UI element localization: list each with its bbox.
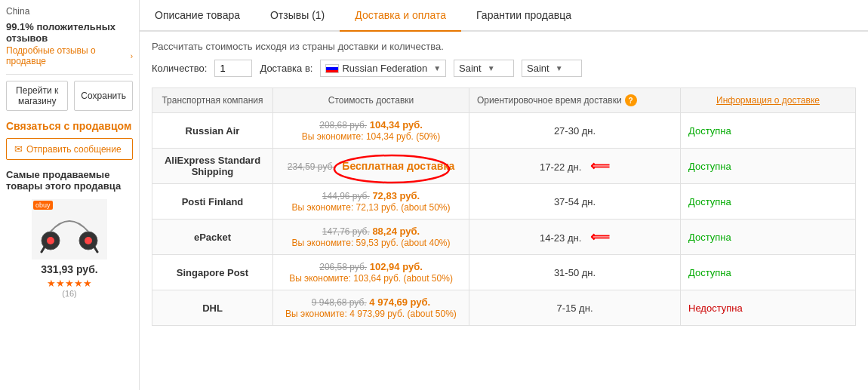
carrier-name: Russian Air — [152, 113, 273, 149]
chevron-down-icon: ▼ — [433, 64, 441, 72]
availability: Доступна — [681, 113, 856, 149]
discounted-price: 4 974,69 руб. — [369, 296, 430, 308]
savings-text: Вы экономите: 103,64 руб. (about 50%) — [289, 273, 453, 284]
shipping-table: Транспортная компания Стоимость доставки… — [152, 88, 856, 326]
discounted-price: 72,83 руб. — [372, 190, 420, 201]
product-label: obuy — [33, 201, 53, 210]
delivery-time: 27-30 дн. — [469, 113, 681, 149]
tab-description[interactable]: Описание товара — [140, 0, 255, 32]
chevron-right-icon: › — [131, 52, 133, 60]
delivery-time: 14-23 дн. ⟸ — [469, 220, 681, 255]
availability: Доступна — [681, 255, 856, 290]
info-icon[interactable]: ? — [625, 94, 637, 106]
quantity-destination-row: Количество: Доставка в: Russian Federati… — [152, 60, 856, 77]
availability: Доступна — [681, 184, 856, 220]
reviews-link[interactable]: Подробные отзывы о продавце › — [6, 45, 133, 66]
city2-select[interactable]: Saint ▼ — [522, 60, 582, 77]
price-cell: 234,59 руб. Бесплатная доставка — [273, 149, 469, 184]
delivery-to-label: Доставка в: — [260, 63, 312, 74]
savings-text: Вы экономите: 4 973,99 руб. (about 50%) — [285, 309, 457, 319]
country-select[interactable]: Russian Federation ▼ — [320, 60, 446, 77]
table-row: AliExpress Standard Shipping 234,59 руб.… — [152, 149, 856, 184]
store-actions: Перейти к магазину Сохранить — [6, 81, 133, 111]
discounted-price: 88,24 руб. — [372, 226, 420, 237]
tab-guarantees[interactable]: Гарантии продавца — [461, 0, 586, 32]
svg-point-2 — [47, 237, 54, 244]
availability: Доступна — [681, 220, 856, 255]
seller-rating: 99.1% положительных отзывов — [6, 21, 133, 44]
product-stars: ★★★★★ — [6, 278, 133, 289]
delivery-time: 17-22 дн. ⟸ — [469, 149, 681, 184]
delivery-time: 31-50 дн. — [469, 255, 681, 290]
free-shipping-label: Бесплатная доставка — [342, 160, 454, 172]
save-button[interactable]: Сохранить — [74, 81, 133, 111]
go-to-store-button[interactable]: Перейти к магазину — [6, 81, 68, 111]
contact-title: Связаться с продавцом — [6, 120, 133, 132]
arrow-icon2: ⟸ — [590, 229, 610, 244]
carrier-name: Singapore Post — [152, 255, 273, 290]
quantity-input[interactable] — [214, 60, 252, 77]
delivery-time: 7-15 дн. — [469, 290, 681, 326]
price-cell: 208,68 руб. 104,34 руб. Вы экономите: 10… — [273, 113, 469, 149]
carrier-name: AliExpress Standard Shipping — [152, 149, 273, 184]
russia-flag — [325, 64, 339, 73]
chevron-down-icon2: ▼ — [488, 64, 495, 72]
savings-text: Вы экономите: 59,53 руб. (about 40%) — [291, 238, 450, 248]
tabs-bar: Описание товара Отзывы (1) Доставка и оп… — [140, 0, 868, 32]
discounted-price: 104,34 руб. — [370, 119, 423, 131]
th-time: Ориентировочное время доставки ? — [469, 88, 681, 113]
price-cell: 206,58 руб. 102,94 руб. Вы экономите: 10… — [273, 255, 469, 290]
city2-name: Saint — [527, 63, 549, 74]
tab-delivery[interactable]: Доставка и оплата — [340, 0, 461, 32]
best-seller-title: Самые продаваемые товары этого продавца — [6, 169, 133, 192]
savings-text: Вы экономите: 72,13 руб. (about 50%) — [291, 202, 450, 213]
carrier-name: Posti Finland — [152, 184, 273, 220]
quantity-label: Количество: — [152, 63, 207, 74]
table-row: Russian Air 208,68 руб. 104,34 руб. Вы э… — [152, 113, 856, 149]
earphones-svg — [35, 203, 103, 256]
chevron-down-icon3: ▼ — [556, 64, 563, 72]
original-price: 208,68 руб. — [319, 120, 367, 131]
original-price: 234,59 руб. — [288, 161, 335, 172]
table-row: DHL 9 948,68 руб. 4 974,69 руб. Вы эконо… — [152, 290, 856, 326]
tab-reviews[interactable]: Отзывы (1) — [255, 0, 340, 32]
savings-text: Вы экономите: 104,34 руб. (50%) — [302, 131, 440, 142]
seller-country: China — [6, 6, 133, 17]
table-row: Posti Finland 144,96 руб. 72,83 руб. Вы … — [152, 184, 856, 220]
send-message-button[interactable]: ✉ Отправить сообщение — [6, 138, 133, 160]
th-info: Информация о доставке — [681, 88, 856, 113]
country-name: Russian Federation — [342, 63, 427, 74]
divider — [6, 74, 133, 75]
availability: Доступна — [681, 149, 856, 184]
city1-select[interactable]: Saint ▼ — [454, 60, 514, 77]
th-carrier: Транспортная компания — [152, 88, 273, 113]
carrier-name: ePacket — [152, 220, 273, 255]
availability: Недоступна — [681, 290, 856, 326]
table-row: Singapore Post 206,58 руб. 102,94 руб. В… — [152, 255, 856, 290]
arrow-icon: ⟸ — [590, 158, 610, 174]
table-row: ePacket 147,76 руб. 88,24 руб. Вы эконом… — [152, 220, 856, 255]
city1-name: Saint — [459, 63, 482, 74]
original-price: 206,58 руб. — [319, 262, 367, 272]
svg-point-3 — [85, 237, 92, 244]
original-price: 9 948,68 руб. — [312, 297, 367, 308]
original-price: 147,76 руб. — [322, 226, 370, 237]
product-image: obuy — [32, 199, 107, 259]
price-cell: 147,76 руб. 88,24 руб. Вы экономите: 59,… — [273, 220, 469, 255]
product-price: 331,93 руб. — [6, 263, 133, 275]
product-review-count: (16) — [6, 289, 133, 298]
product-card[interactable]: obuy 331,93 руб. ★★★★★ (16) — [6, 199, 133, 298]
price-cell: 144,96 руб. 72,83 руб. Вы экономите: 72,… — [273, 184, 469, 220]
original-price: 144,96 руб. — [322, 191, 370, 201]
delivery-time: 37-54 дн. — [469, 184, 681, 220]
delivery-info-link[interactable]: Информация о доставке — [716, 95, 820, 106]
email-icon: ✉ — [14, 143, 23, 155]
discounted-price: 102,94 руб. — [370, 261, 423, 272]
delivery-calc-hint: Рассчитать стоимость исходя из страны до… — [152, 41, 856, 52]
th-cost: Стоимость доставки — [273, 88, 469, 113]
th-time-label: Ориентировочное время доставки — [477, 95, 622, 106]
price-cell: 9 948,68 руб. 4 974,69 руб. Вы экономите… — [273, 290, 469, 326]
carrier-name: DHL — [152, 290, 273, 326]
